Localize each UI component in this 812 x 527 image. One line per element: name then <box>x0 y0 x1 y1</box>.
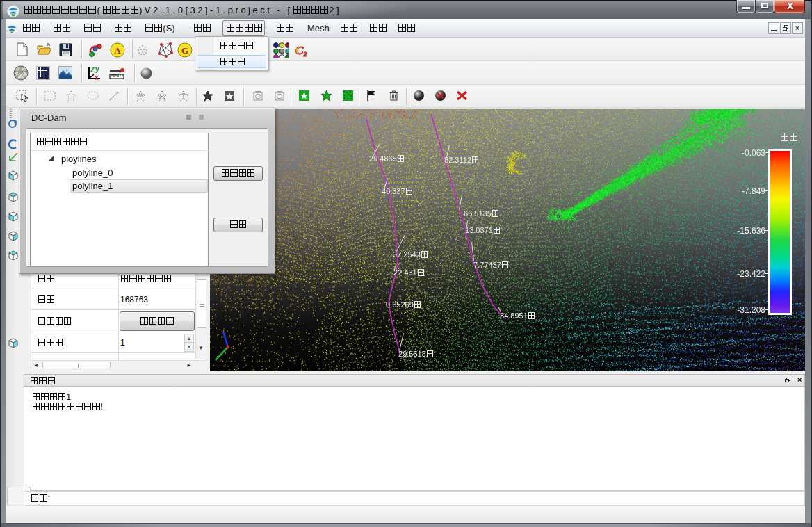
svg-text:G: G <box>181 45 188 56</box>
svg-text:Z: Z <box>90 66 95 74</box>
svg-text:y: y <box>95 65 99 73</box>
svg-text:A: A <box>114 45 121 56</box>
svg-text:C₂: C₂ <box>295 44 307 57</box>
svg-text:x: x <box>95 74 99 81</box>
